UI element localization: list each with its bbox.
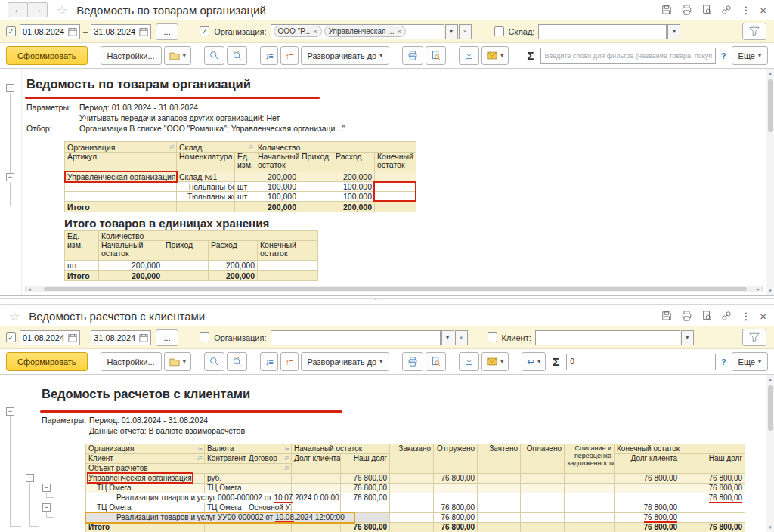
cell-shipped[interactable]: 76 800,00	[434, 503, 478, 513]
more-menu-icon[interactable]: ⋮	[741, 5, 751, 16]
organization-tag[interactable]: Управленческая ...×	[324, 26, 406, 37]
organization-clear-button[interactable]: ×	[459, 24, 472, 39]
sum-value-input[interactable]	[566, 354, 716, 370]
cell-outflow[interactable]: 200,000	[333, 172, 375, 182]
cell-outflow[interactable]: 100,000	[333, 192, 375, 202]
cell-outflow[interactable]: 100,000	[333, 182, 375, 192]
help-icon[interactable]: ?	[721, 357, 726, 367]
cell-end-client-debt[interactable]: 76 800,00	[615, 513, 680, 523]
settings-button[interactable]: Настройки...	[101, 352, 162, 371]
horizontal-scrollbar[interactable]: ◄ ►	[25, 286, 763, 292]
cell-begin[interactable]: 200,000	[99, 271, 163, 281]
cell-shipped[interactable]: 76 800,00	[434, 513, 478, 523]
favorite-star-icon[interactable]: ☆	[57, 3, 67, 17]
cell-outflow[interactable]: 200,000	[209, 261, 258, 271]
send-mail-button[interactable]: ▾	[481, 352, 509, 371]
print-preview-button[interactable]	[426, 352, 446, 371]
settings-button[interactable]: Настройки...	[101, 46, 162, 65]
vertical-scrollbar[interactable]: ▲ ▼	[766, 375, 774, 532]
preview-icon[interactable]	[701, 5, 712, 15]
cell-end-our-debt[interactable]: 76 800,00	[680, 474, 745, 484]
expand-groups-button[interactable]: ↑=	[280, 352, 299, 371]
cell-unit[interactable]: шт	[65, 261, 99, 271]
cell-outflow[interactable]: 200,000	[333, 202, 375, 212]
cell-end-client-debt[interactable]: 76 800,00	[615, 523, 680, 532]
search-next-button[interactable]	[227, 352, 247, 371]
collapse-group-button[interactable]: −	[42, 484, 51, 492]
organization-checkbox[interactable]: ✓	[200, 26, 209, 36]
scrollbar-thumb[interactable]	[44, 287, 747, 291]
cell-total-label[interactable]: Итого	[65, 202, 177, 212]
collapse-groups-button[interactable]: ↓≡	[260, 352, 278, 371]
sort-icon[interactable]: ↓≡	[283, 454, 289, 463]
organization-field[interactable]	[271, 330, 441, 345]
cell-total-label[interactable]: Итого	[65, 271, 99, 281]
scroll-right-icon[interactable]: ►	[754, 287, 762, 292]
collapse-group-button[interactable]: −	[6, 173, 14, 181]
close-icon[interactable]: ×	[760, 4, 766, 17]
cell-warehouse[interactable]: Склад №1	[177, 172, 235, 182]
cell-begin[interactable]: 200,000	[99, 261, 163, 271]
cell-unit[interactable]: шт	[235, 192, 255, 202]
scroll-down-icon[interactable]: ▼	[766, 289, 774, 293]
expand-to-button[interactable]: Разворачивать до▾	[301, 352, 390, 371]
sort-icon[interactable]: ↓≡	[247, 143, 252, 152]
sort-icon[interactable]: ↓≡	[283, 444, 289, 453]
client-field[interactable]	[535, 330, 680, 345]
calendar-icon[interactable]	[139, 27, 148, 36]
collapse-group-button[interactable]: −	[6, 407, 14, 416]
cell-end-client-debt[interactable]: 76 800,00	[615, 503, 680, 513]
organization-checkbox[interactable]	[200, 332, 209, 342]
organization-dropdown-button[interactable]: ▾	[441, 330, 454, 345]
cell-begin[interactable]: 100,000	[255, 192, 299, 202]
sum-sigma-icon[interactable]: Σ	[553, 355, 559, 368]
cell-begin[interactable]: 200,000	[255, 202, 299, 212]
tag-remove-icon[interactable]: ×	[397, 28, 401, 36]
forward-button[interactable]: →	[27, 2, 48, 17]
sort-icon[interactable]: ↓≡	[283, 464, 289, 473]
favorite-star-icon[interactable]: ☆	[9, 309, 20, 323]
cell-nomenclature[interactable]: Тюльпаны желтые	[177, 192, 235, 202]
more-button[interactable]: Еще▾	[732, 46, 768, 65]
sum-sigma-icon[interactable]: Σ	[527, 49, 534, 62]
cell-client[interactable]: ТЦ Омега	[86, 484, 205, 493]
expand-groups-button[interactable]: ↑=	[280, 46, 299, 65]
cell-begin[interactable]: 200,000	[255, 172, 299, 182]
export-button[interactable]	[459, 46, 479, 65]
tag-remove-icon[interactable]: ×	[313, 28, 317, 36]
link-icon[interactable]	[721, 5, 732, 15]
cell-begin-our-debt[interactable]: 76 800,00	[341, 474, 390, 484]
cell-unit[interactable]: шт	[235, 182, 255, 192]
preview-icon[interactable]	[701, 311, 712, 321]
quick-filter-input[interactable]	[540, 48, 715, 64]
print-preview-button[interactable]	[426, 46, 446, 65]
period-checkbox[interactable]: ✓	[6, 332, 16, 342]
more-button[interactable]: Еще▾	[732, 352, 768, 371]
cell-end-our-debt[interactable]: 76 800,00	[680, 484, 745, 493]
link-icon[interactable]	[721, 311, 732, 321]
organization-clear-button[interactable]: ×	[455, 330, 468, 345]
print-button[interactable]	[402, 46, 423, 65]
cell-begin[interactable]: 100,000	[255, 182, 299, 192]
cell-begin-our-debt[interactable]: 76 800,00	[341, 484, 390, 493]
sort-icon[interactable]: ↓≡	[197, 454, 202, 463]
generate-button[interactable]: Сформировать	[6, 46, 88, 65]
cell-shipped[interactable]: 76 800,00	[434, 474, 478, 484]
search-button[interactable]	[204, 46, 224, 65]
organization-tag[interactable]: ООО "Р...×	[274, 26, 322, 37]
client-dropdown-button[interactable]: ▾	[681, 330, 694, 345]
save-icon[interactable]	[661, 311, 672, 321]
scroll-up-icon[interactable]: ▲	[766, 71, 774, 76]
warehouse-dropdown-button[interactable]: ▾	[667, 24, 680, 39]
calendar-icon[interactable]	[68, 27, 77, 36]
scroll-down-icon[interactable]: ▼	[766, 525, 774, 530]
warehouse-checkbox[interactable]	[494, 26, 504, 36]
date-from-field[interactable]: 01.08.2024	[20, 24, 80, 39]
scrollbar-thumb[interactable]	[768, 385, 773, 431]
collapse-group-button[interactable]: −	[6, 84, 14, 92]
back-button[interactable]: ←	[8, 2, 28, 17]
collapse-groups-button[interactable]: ↓≡	[260, 46, 278, 65]
date-from-field[interactable]: 01.08.2024	[20, 330, 80, 345]
cell-shipped[interactable]: 76 800,00	[434, 523, 478, 532]
window-splitter[interactable]: ···	[0, 295, 774, 306]
